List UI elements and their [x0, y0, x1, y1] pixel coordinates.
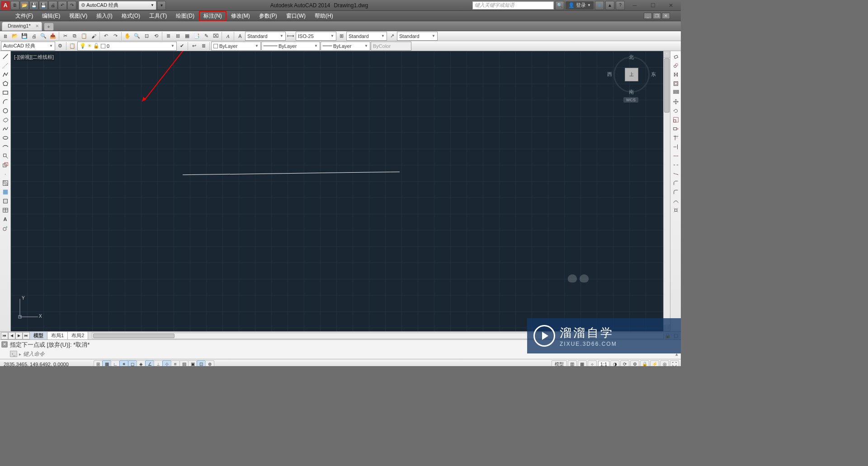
anno-autoscale-icon[interactable]: ⟳ — [620, 360, 629, 367]
menu-insert[interactable]: 插入(I) — [92, 11, 117, 21]
scale-icon[interactable] — [671, 115, 680, 124]
erase-icon[interactable] — [671, 52, 680, 61]
signin-button[interactable]: 👤 登录 ▼ — [566, 1, 594, 9]
blend-icon[interactable] — [671, 197, 680, 206]
toolbar-lock-icon[interactable]: 🔒 — [640, 360, 649, 367]
layout-next-icon[interactable]: ▶ — [15, 332, 23, 339]
scroll-thumb[interactable] — [93, 334, 175, 338]
matchprop-icon[interactable]: 🖌 — [89, 32, 98, 41]
layout-first-icon[interactable]: ⏮ — [1, 332, 8, 339]
mirror-icon[interactable] — [671, 70, 680, 79]
grid-icon[interactable]: ▦ — [102, 360, 111, 367]
qp-icon[interactable]: ▣ — [188, 360, 197, 367]
layer-dropdown[interactable]: 💡 ☀ 🔓 0 ▼ — [77, 42, 177, 51]
ws-settings-icon[interactable]: ⚙ — [56, 42, 65, 51]
menu-format[interactable]: 格式(O) — [117, 11, 145, 21]
snap-mode-icon[interactable]: ⊞ — [94, 360, 103, 367]
explode-icon[interactable] — [671, 206, 680, 215]
am-icon[interactable]: ⊕ — [205, 360, 214, 367]
osnap-icon[interactable]: ◻ — [128, 360, 137, 367]
region-icon[interactable] — [1, 197, 10, 206]
menu-tools[interactable]: 工具(T) — [145, 11, 171, 21]
mdi-restore[interactable]: ❐ — [653, 13, 661, 19]
clean-screen-icon[interactable]: ⛶ — [670, 360, 679, 367]
dimstyle-dropdown[interactable]: ISO-25▼ — [296, 32, 336, 41]
polar-icon[interactable]: ✶ — [119, 360, 128, 367]
workspace-dropdown2[interactable]: AutoCAD 经典▼ — [1, 42, 55, 51]
menu-modify[interactable]: 修改(M) — [226, 11, 255, 21]
copy-obj-icon[interactable] — [671, 61, 680, 70]
viewcube-west[interactable]: 西 — [607, 71, 612, 78]
menu-param[interactable]: 参数(P) — [255, 11, 282, 21]
anno-scale-icon[interactable]: ⟐ — [588, 360, 597, 367]
toolpalette-icon[interactable]: ▦ — [183, 32, 192, 41]
construction-line-icon[interactable] — [1, 61, 10, 70]
trim-icon[interactable] — [671, 133, 680, 142]
array-icon[interactable] — [671, 88, 680, 97]
cut-icon[interactable]: ✂ — [61, 32, 70, 41]
annotation-scale[interactable]: 1:1 — [598, 361, 609, 367]
ortho-icon[interactable]: ∟ — [111, 360, 120, 367]
qat-new-icon[interactable]: 🗎 — [10, 1, 19, 10]
point-icon[interactable]: · — [1, 169, 10, 179]
new-tab-button[interactable]: + — [44, 23, 54, 31]
line-icon[interactable] — [1, 52, 10, 61]
infocenter-search[interactable]: 键入关键字或短语 — [472, 1, 554, 9]
viewport-label[interactable]: [-][俯视][二维线框] — [13, 53, 55, 61]
spline-icon[interactable] — [1, 124, 10, 133]
layer-makecurrent-icon[interactable]: ✔ — [177, 42, 186, 51]
paste-icon[interactable]: 📋 — [80, 32, 89, 41]
plotpreview-icon[interactable]: 🔍 — [39, 32, 48, 41]
rotate-icon[interactable] — [671, 106, 680, 115]
help-icon[interactable]: ? — [616, 1, 625, 10]
menu-edit[interactable]: 编辑(E) — [38, 11, 65, 21]
undo-icon[interactable]: ↶ — [101, 32, 110, 41]
new-icon[interactable]: 🗎 — [1, 32, 10, 41]
layer-prev-icon[interactable]: ↩ — [189, 42, 198, 51]
window-minimize[interactable]: ─ — [626, 0, 644, 10]
ellipse-icon[interactable] — [1, 133, 10, 142]
chamfer-icon[interactable] — [671, 179, 680, 188]
qat-undo-icon[interactable]: ↶ — [58, 1, 67, 10]
menu-view[interactable]: 视图(V) — [65, 11, 92, 21]
extend-icon[interactable] — [671, 142, 680, 151]
textstyle-dropdown[interactable]: Standard▼ — [245, 32, 286, 41]
layout-tab-model[interactable]: 模型 — [29, 331, 47, 340]
qat-plot-icon[interactable]: 🖨 — [48, 1, 57, 10]
layerprop-icon[interactable]: 📋 — [68, 42, 77, 51]
make-block-icon[interactable] — [1, 160, 10, 169]
offset-icon[interactable] — [671, 79, 680, 88]
scroll-up-icon[interactable]: ▴ — [664, 51, 670, 58]
textstyle-icon[interactable]: A — [223, 32, 232, 41]
3dosnap-icon[interactable]: ◈ — [137, 360, 146, 367]
window-close[interactable]: ✕ — [662, 0, 680, 10]
quickview-drawings-icon[interactable]: ▦ — [578, 360, 587, 367]
redo-icon[interactable]: ↷ — [111, 32, 120, 41]
gradient-icon[interactable] — [1, 188, 10, 197]
dyn-icon[interactable]: ⊹ — [162, 360, 171, 367]
search-icon[interactable]: 🔍 — [555, 1, 564, 10]
mleaderstyle-icon[interactable]: ↗ — [387, 32, 396, 41]
menu-help[interactable]: 帮助(H) — [310, 11, 338, 21]
qat-redo-icon[interactable]: ↷ — [67, 1, 76, 10]
break-point-icon[interactable] — [671, 151, 680, 160]
ducs-icon[interactable]: ⟂ — [154, 360, 163, 367]
save-icon[interactable]: 💾 — [20, 32, 29, 41]
rectangle-icon[interactable] — [1, 88, 10, 97]
workspace-dropdown[interactable]: ⚙ AutoCAD 经典 ▼ — [79, 1, 156, 10]
tpy-icon[interactable]: ▤ — [179, 360, 189, 367]
zoom-prev-icon[interactable]: ⟲ — [151, 32, 160, 41]
tablestyle-icon[interactable]: ⊞ — [337, 32, 346, 41]
lwt-icon[interactable]: ≡ — [171, 360, 180, 367]
properties-icon[interactable]: ≣ — [164, 32, 173, 41]
lineweight-dropdown[interactable]: ByLayer▼ — [321, 42, 370, 51]
mdi-minimize[interactable]: _ — [644, 13, 652, 19]
table-icon[interactable] — [1, 206, 10, 215]
qat-dropdown-icon[interactable]: ▾ — [157, 1, 166, 10]
layout-tab-2[interactable]: 布局2 — [67, 331, 88, 340]
stayconnected-icon[interactable]: ▲ — [605, 1, 614, 10]
window-maximize[interactable]: ☐ — [644, 0, 662, 10]
drawing-viewport[interactable]: /* grid generated below */ [-][俯视][二维线框]… — [11, 51, 670, 331]
menu-window[interactable]: 窗口(W) — [282, 11, 310, 21]
polygon-icon[interactable] — [1, 79, 10, 88]
